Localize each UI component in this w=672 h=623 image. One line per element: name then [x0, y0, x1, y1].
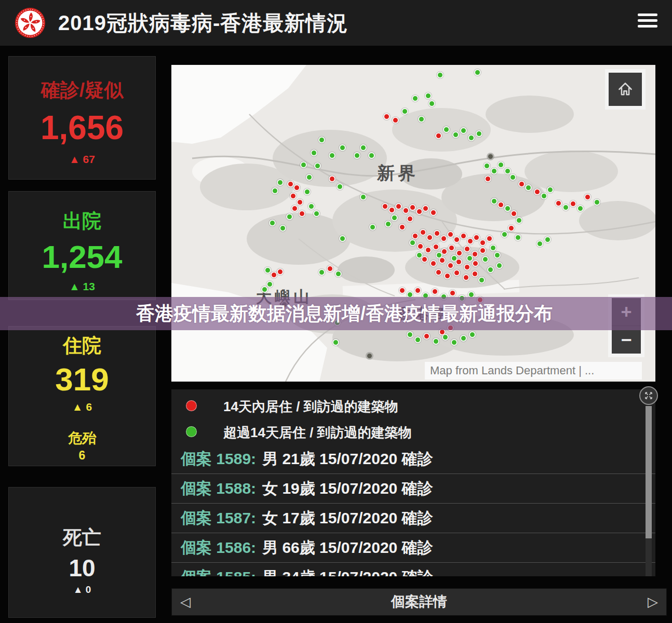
- case-row[interactable]: 個案 1587:女 17歲 15/07/2020 確診: [171, 504, 655, 533]
- case-dot-over-14days[interactable]: [562, 204, 569, 211]
- case-dot-over-14days[interactable]: [491, 168, 498, 174]
- case-dot-within-14days[interactable]: [423, 333, 430, 340]
- case-dot-within-14days[interactable]: [460, 233, 467, 239]
- map-home-button[interactable]: [609, 73, 642, 106]
- case-dot-over-14days[interactable]: [452, 131, 459, 138]
- case-dot-over-14days[interactable]: [266, 281, 273, 288]
- case-dot-over-14days[interactable]: [498, 161, 504, 168]
- map-poi-dot[interactable]: [487, 153, 494, 160]
- case-dot-over-14days[interactable]: [385, 221, 392, 227]
- case-dot-over-14days[interactable]: [544, 236, 551, 243]
- case-dot-within-14days[interactable]: [430, 209, 437, 216]
- case-row[interactable]: 個案 1586:男 66歲 15/07/2020 確診: [171, 533, 655, 563]
- case-dot-within-14days[interactable]: [510, 210, 517, 217]
- case-dot-within-14days[interactable]: [399, 287, 406, 294]
- case-dot-within-14days[interactable]: [555, 200, 562, 207]
- case-dot-over-14days[interactable]: [460, 335, 467, 342]
- case-dot-over-14days[interactable]: [468, 134, 475, 141]
- case-dot-within-14days[interactable]: [447, 231, 454, 238]
- case-dot-over-14days[interactable]: [279, 225, 286, 232]
- case-dot-within-14days[interactable]: [383, 113, 390, 120]
- hamburger-menu-icon[interactable]: [638, 13, 657, 32]
- case-dot-within-14days[interactable]: [432, 288, 438, 295]
- case-dot-over-14days[interactable]: [490, 245, 496, 251]
- case-dot-over-14days[interactable]: [412, 95, 419, 102]
- case-dot-over-14days[interactable]: [594, 199, 600, 206]
- case-dot-within-14days[interactable]: [412, 233, 419, 239]
- case-dot-over-14days[interactable]: [335, 270, 342, 277]
- case-dot-over-14days[interactable]: [368, 152, 375, 159]
- case-dot-within-14days[interactable]: [498, 201, 504, 208]
- case-dot-over-14days[interactable]: [504, 205, 511, 212]
- case-dot-over-14days[interactable]: [318, 269, 325, 276]
- case-dot-over-14days[interactable]: [269, 220, 276, 226]
- case-dot-over-14days[interactable]: [369, 224, 376, 231]
- case-dot-over-14days[interactable]: [433, 338, 439, 345]
- map-canvas[interactable]: 新界大嶼山香港島: [171, 65, 655, 382]
- expand-panel-button[interactable]: [639, 386, 658, 405]
- case-dot-within-14days[interactable]: [433, 243, 439, 250]
- map-attribution[interactable]: Map from Lands Department | ...: [425, 362, 642, 380]
- case-dot-within-14days[interactable]: [297, 199, 303, 206]
- case-dot-over-14days[interactable]: [318, 137, 325, 143]
- case-dot-within-14days[interactable]: [453, 236, 460, 243]
- case-dot-over-14days[interactable]: [313, 210, 320, 217]
- case-dot-over-14days[interactable]: [451, 255, 458, 262]
- case-dot-over-14days[interactable]: [306, 174, 313, 181]
- case-dot-within-14days[interactable]: [299, 210, 305, 217]
- case-row[interactable]: 個案 1585:男 34歲 15/07/2020 確診: [171, 563, 655, 576]
- case-dot-over-14days[interactable]: [476, 130, 482, 137]
- case-dot-over-14days[interactable]: [391, 214, 398, 221]
- case-dot-within-14days[interactable]: [456, 250, 463, 256]
- case-list-scrollbar[interactable]: [646, 406, 652, 576]
- case-dot-over-14days[interactable]: [360, 194, 367, 200]
- case-dot-within-14days[interactable]: [447, 262, 454, 269]
- case-dot-over-14days[interactable]: [577, 205, 584, 212]
- case-dot-over-14days[interactable]: [501, 231, 508, 238]
- case-dot-within-14days[interactable]: [388, 207, 395, 213]
- pager-next-button[interactable]: ▷: [648, 589, 658, 615]
- case-dot-within-14days[interactable]: [440, 235, 447, 242]
- case-row[interactable]: 個案 1588:女 19歲 15/07/2020 確診: [171, 474, 655, 504]
- case-dot-over-14days[interactable]: [469, 331, 476, 338]
- case-row[interactable]: 個案 1589:男 21歲 15/07/2020 確診: [171, 444, 655, 474]
- case-dot-over-14days[interactable]: [496, 262, 503, 269]
- case-dot-within-14days[interactable]: [453, 269, 460, 276]
- case-dot-within-14days[interactable]: [290, 193, 297, 199]
- case-dot-within-14days[interactable]: [534, 188, 541, 195]
- case-dot-within-14days[interactable]: [508, 225, 515, 232]
- case-dot-over-14days[interactable]: [339, 144, 346, 151]
- case-dot-within-14days[interactable]: [448, 245, 455, 251]
- case-dot-over-14days[interactable]: [482, 256, 489, 263]
- scrollbar-thumb[interactable]: [646, 406, 652, 538]
- case-dot-over-14days[interactable]: [466, 255, 473, 262]
- case-dot-over-14days[interactable]: [261, 286, 268, 293]
- case-dot-within-14days[interactable]: [420, 229, 426, 236]
- case-dot-within-14days[interactable]: [463, 274, 469, 281]
- case-dot-within-14days[interactable]: [434, 230, 440, 237]
- case-dot-over-14days[interactable]: [483, 162, 490, 169]
- case-dot-over-14days[interactable]: [460, 127, 467, 134]
- case-dot-over-14days[interactable]: [360, 144, 367, 151]
- case-dot-within-14days[interactable]: [271, 272, 277, 278]
- case-dot-over-14days[interactable]: [339, 235, 346, 242]
- case-dot-within-14days[interactable]: [467, 238, 474, 245]
- case-dot-over-14days[interactable]: [547, 186, 554, 193]
- case-dot-over-14days[interactable]: [504, 168, 511, 174]
- case-dot-over-14days[interactable]: [354, 152, 360, 159]
- case-dot-over-14days[interactable]: [418, 116, 425, 123]
- case-dot-over-14days[interactable]: [409, 239, 416, 246]
- case-dot-over-14days[interactable]: [277, 179, 284, 186]
- case-dot-over-14days[interactable]: [425, 92, 432, 99]
- case-dot-within-14days[interactable]: [479, 239, 486, 246]
- case-dot-within-14days[interactable]: [291, 205, 298, 212]
- case-dot-within-14days[interactable]: [327, 265, 333, 272]
- case-dot-within-14days[interactable]: [425, 247, 432, 253]
- case-dot-within-14days[interactable]: [444, 273, 451, 279]
- case-dot-within-14days[interactable]: [417, 243, 424, 250]
- case-dot-over-14days[interactable]: [541, 193, 547, 199]
- case-dot-within-14days[interactable]: [399, 224, 406, 231]
- case-dot-over-14days[interactable]: [491, 198, 498, 205]
- case-dot-within-14days[interactable]: [518, 181, 525, 187]
- case-dot-within-14days[interactable]: [426, 234, 433, 241]
